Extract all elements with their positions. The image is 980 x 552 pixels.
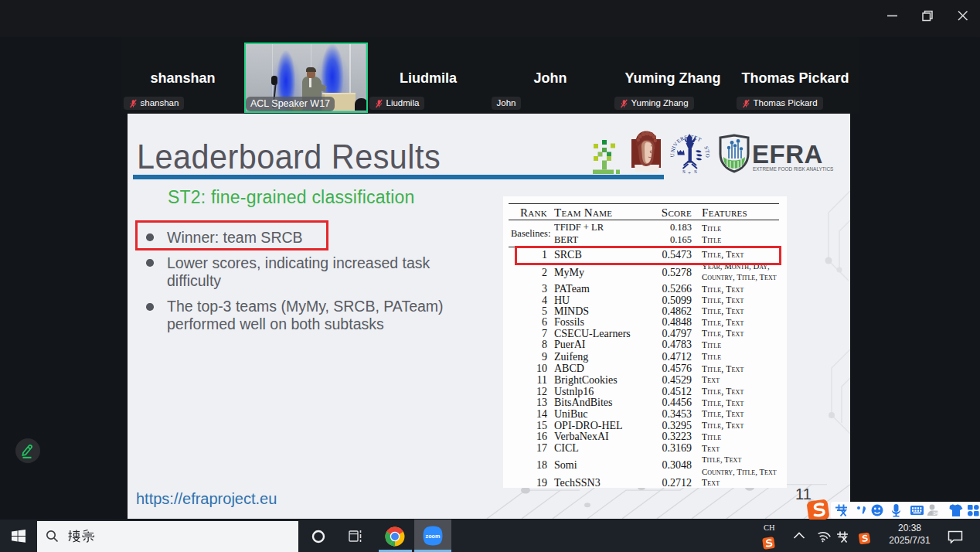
svg-text:S: S: [694, 169, 697, 175]
svg-text:S: S: [682, 169, 686, 175]
svg-text:+: +: [688, 170, 691, 176]
svg-text:zoom: zoom: [426, 533, 441, 540]
svg-text:EXTREME FOOD RISK ANALYTICS: EXTREME FOOD RISK ANALYTICS: [753, 166, 833, 172]
svg-text:34: 34: [934, 511, 938, 516]
svg-text:EFRA: EFRA: [752, 140, 823, 169]
